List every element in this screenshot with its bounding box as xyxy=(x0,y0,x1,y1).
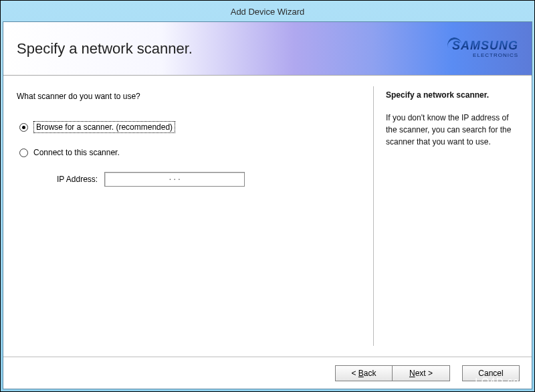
window-titlebar[interactable]: Add Device Wizard xyxy=(3,3,532,21)
brand-logo: SAMSUNG ELECTRONICS xyxy=(452,39,518,58)
radio-connect-row[interactable]: Connect to this scanner. xyxy=(17,148,360,157)
window-title: Add Device Wizard xyxy=(231,7,305,17)
ip-address-row: IP Address: . . . xyxy=(57,172,360,187)
button-bar: < Back Next > Cancel xyxy=(3,357,532,389)
question-text: What scanner do you want to use? xyxy=(17,92,360,101)
main-pane: What scanner do you want to use? Browse … xyxy=(3,76,373,357)
radio-connect-label: Connect to this scanner. xyxy=(33,148,120,157)
side-body: If you don't know the IP address of the … xyxy=(386,112,520,148)
desktop-background: Add Device Wizard Specify a network scan… xyxy=(0,0,535,392)
banner: Specify a network scanner. SAMSUNG ELECT… xyxy=(3,22,532,76)
radio-browse-label: Browse for a scanner. (recommended) xyxy=(33,121,175,133)
content-area: What scanner do you want to use? Browse … xyxy=(3,76,532,357)
next-button[interactable]: Next > xyxy=(393,365,450,381)
banner-title: Specify a network scanner. xyxy=(17,40,193,58)
ip-address-input[interactable]: . . . xyxy=(104,172,245,187)
radio-browse-row[interactable]: Browse for a scanner. (recommended) xyxy=(17,121,360,133)
radio-browse-button[interactable] xyxy=(19,123,28,132)
side-title: Specify a network scanner. xyxy=(386,90,520,100)
watermark: LO4D.com xyxy=(475,375,528,387)
radio-connect-button[interactable] xyxy=(19,149,28,157)
back-button[interactable]: < Back xyxy=(335,365,393,381)
side-pane: Specify a network scanner. If you don't … xyxy=(374,76,532,357)
wizard-window: Specify a network scanner. SAMSUNG ELECT… xyxy=(3,21,532,389)
brand-sub: ELECTRONICS xyxy=(452,53,518,58)
brand-name: SAMSUNG xyxy=(452,39,518,52)
ip-address-label: IP Address: xyxy=(57,175,98,184)
